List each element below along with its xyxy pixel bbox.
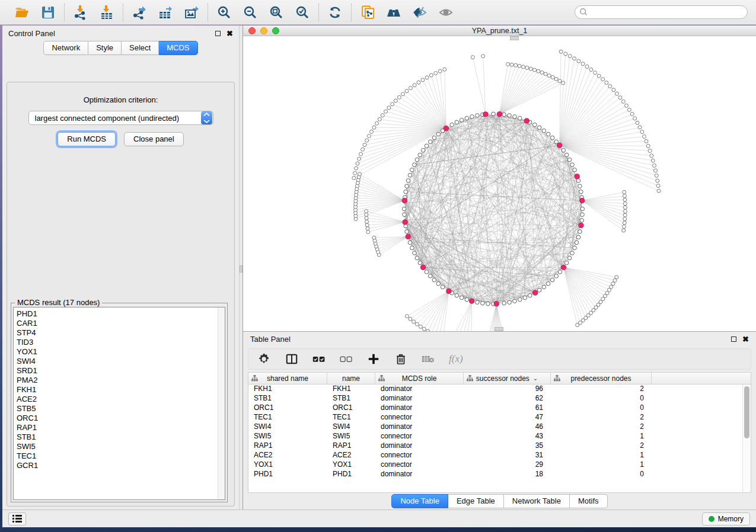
network-node[interactable] bbox=[657, 189, 661, 193]
network-node[interactable] bbox=[366, 227, 369, 230]
network-node[interactable] bbox=[365, 139, 369, 142]
mcds-node[interactable] bbox=[497, 112, 502, 117]
mcds-result-item[interactable]: STB1 bbox=[17, 432, 225, 442]
search-input[interactable] bbox=[575, 5, 748, 19]
network-node[interactable] bbox=[623, 213, 627, 217]
network-node[interactable] bbox=[627, 108, 631, 111]
mcds-result-item[interactable]: SRD1 bbox=[17, 366, 225, 376]
table-row[interactable]: SWI5SWI5connector431 bbox=[248, 432, 742, 441]
network-node[interactable] bbox=[578, 230, 582, 234]
network-node[interactable] bbox=[570, 163, 575, 167]
network-node[interactable] bbox=[425, 144, 429, 148]
mcds-result-item[interactable]: YOX1 bbox=[17, 347, 225, 357]
network-node[interactable] bbox=[387, 106, 391, 110]
network-document-icon[interactable] bbox=[359, 4, 376, 21]
table-row[interactable]: YOX1YOX1connector291 bbox=[248, 460, 742, 470]
mcds-node[interactable] bbox=[420, 265, 425, 270]
network-node[interactable] bbox=[580, 207, 585, 211]
network-node[interactable] bbox=[436, 281, 441, 286]
network-node[interactable] bbox=[550, 278, 554, 282]
network-node[interactable] bbox=[523, 296, 527, 300]
network-node[interactable] bbox=[508, 114, 512, 118]
network-node[interactable] bbox=[412, 320, 416, 323]
network-node[interactable] bbox=[471, 56, 474, 59]
mcds-result-item[interactable]: TID3 bbox=[17, 338, 225, 347]
network-node[interactable] bbox=[432, 278, 436, 282]
network-node[interactable] bbox=[576, 235, 580, 239]
network-node[interactable] bbox=[355, 166, 358, 170]
network-node[interactable] bbox=[623, 202, 627, 206]
network-node[interactable] bbox=[434, 71, 438, 75]
network-node[interactable] bbox=[577, 59, 580, 63]
network-node[interactable] bbox=[585, 65, 589, 68]
network-node[interactable] bbox=[375, 121, 378, 125]
refresh-icon[interactable] bbox=[327, 4, 343, 21]
network-node[interactable] bbox=[624, 104, 628, 107]
mcds-node[interactable] bbox=[494, 302, 499, 306]
birdseye-icon[interactable] bbox=[438, 4, 454, 21]
network-node[interactable] bbox=[365, 223, 369, 227]
mcds-node[interactable] bbox=[532, 290, 537, 295]
network-node[interactable] bbox=[429, 73, 433, 77]
network-node[interactable] bbox=[409, 86, 412, 90]
table-row[interactable]: SWI4SWI4dominator462 bbox=[248, 422, 742, 432]
mcds-result-item[interactable]: CAR1 bbox=[17, 319, 225, 328]
zoom-selected-icon[interactable] bbox=[294, 4, 311, 21]
network-node[interactable] bbox=[597, 74, 601, 78]
network-node[interactable] bbox=[502, 113, 506, 117]
network-node[interactable] bbox=[421, 148, 425, 152]
network-node[interactable] bbox=[359, 152, 362, 156]
network-node[interactable] bbox=[438, 69, 442, 73]
table-row[interactable]: STB1STB1dominator620 bbox=[248, 394, 742, 403]
network-node[interactable] bbox=[615, 275, 618, 279]
network-node[interactable] bbox=[558, 270, 562, 274]
network-node[interactable] bbox=[418, 153, 422, 157]
network-node[interactable] bbox=[408, 173, 412, 177]
network-node[interactable] bbox=[547, 74, 551, 78]
network-node[interactable] bbox=[540, 70, 544, 74]
tab-edge-table[interactable]: Edge Table bbox=[448, 494, 504, 508]
tab-mcds[interactable]: MCDS bbox=[159, 41, 197, 55]
network-node[interactable] bbox=[623, 206, 627, 209]
network-node[interactable] bbox=[573, 246, 577, 250]
table-row[interactable]: ACE2ACE2connector311 bbox=[248, 451, 742, 460]
network-node[interactable] bbox=[443, 68, 446, 71]
network-node[interactable] bbox=[419, 325, 422, 328]
deselect-all-icon[interactable] bbox=[340, 352, 353, 366]
network-node[interactable] bbox=[481, 55, 485, 58]
tab-network-table[interactable]: Network Table bbox=[504, 494, 570, 508]
column-header-name[interactable]: name bbox=[327, 373, 375, 384]
network-node[interactable] bbox=[384, 110, 387, 113]
network-node[interactable] bbox=[394, 99, 397, 102]
network-node[interactable] bbox=[542, 129, 546, 133]
network-node[interactable] bbox=[576, 179, 580, 183]
network-node[interactable] bbox=[432, 136, 436, 140]
network-node[interactable] bbox=[356, 162, 359, 165]
save-session-icon[interactable] bbox=[40, 4, 56, 21]
network-node[interactable] bbox=[640, 130, 644, 134]
network-node[interactable] bbox=[413, 84, 416, 87]
network-node[interactable] bbox=[358, 157, 361, 161]
network-node[interactable] bbox=[630, 112, 634, 116]
network-node[interactable] bbox=[623, 194, 626, 198]
network-node[interactable] bbox=[636, 121, 639, 124]
column-header-shared-name[interactable]: shared name bbox=[248, 373, 327, 384]
network-node[interactable] bbox=[581, 62, 585, 66]
vertical-splitter[interactable] bbox=[239, 25, 243, 509]
result-scrollbar[interactable] bbox=[218, 307, 225, 499]
network-node[interactable] bbox=[580, 219, 584, 223]
network-node[interactable] bbox=[450, 123, 454, 127]
network-node[interactable] bbox=[623, 198, 627, 201]
network-node[interactable] bbox=[612, 88, 615, 92]
network-node[interactable] bbox=[426, 329, 429, 331]
network-node[interactable] bbox=[404, 190, 408, 194]
network-node[interactable] bbox=[542, 285, 546, 289]
import-network-icon[interactable] bbox=[72, 4, 89, 21]
network-node[interactable] bbox=[460, 296, 464, 300]
mcds-node[interactable] bbox=[524, 118, 529, 123]
network-node[interactable] bbox=[492, 112, 496, 116]
import-table-icon[interactable] bbox=[98, 4, 115, 21]
network-node[interactable] bbox=[559, 50, 563, 53]
mcds-node[interactable] bbox=[403, 220, 407, 225]
close-panel-button[interactable]: Close panel bbox=[124, 132, 184, 146]
